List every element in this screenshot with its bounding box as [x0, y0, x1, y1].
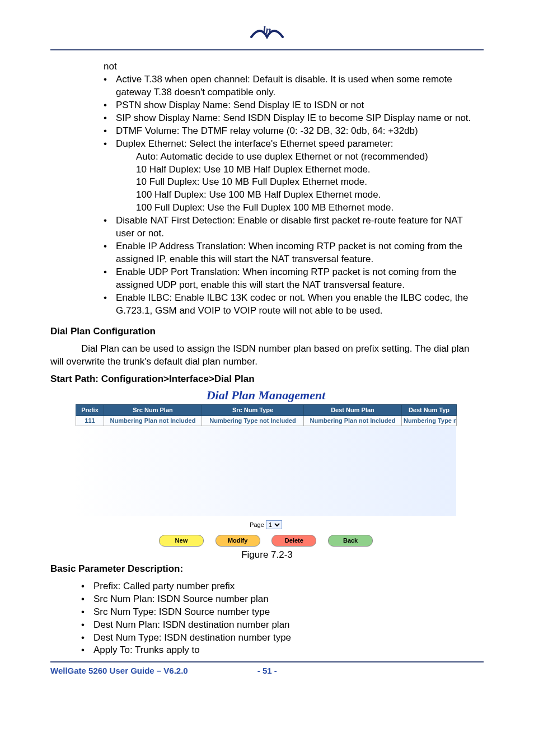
list-item: Active T.38 when open channel: Default i… — [104, 73, 484, 99]
col-src-num-plan: Src Num Plan — [104, 405, 202, 416]
table-empty-area — [76, 426, 456, 516]
start-path: Start Path: Configuration>Interface>Dial… — [50, 373, 484, 386]
list-item: SIP show Display Name: Send ISDN Display… — [104, 112, 484, 125]
new-button[interactable]: New — [159, 535, 204, 547]
subline: 10 Full Duplex: Use 10 MB Full Duplex Et… — [116, 176, 484, 189]
cell-dest-type: Numbering Type not I — [402, 416, 457, 426]
pager-select[interactable]: 1 — [266, 520, 282, 529]
figure-caption: Figure 7.2-3 — [50, 549, 484, 562]
dial-plan-screenshot: Dial Plan Management Prefix Src Num Plan… — [76, 387, 456, 549]
bpd-list: Prefix: Called party number prefix Src N… — [50, 580, 484, 657]
list-item-text: Src Num Type: ISDN Source number type — [93, 606, 270, 617]
subline: Auto: Automatic decide to use duplex Eth… — [116, 151, 484, 164]
list-item: Enable ILBC: Enable ILBC 13K codec or no… — [104, 292, 484, 318]
page: ln not Active T.38 when open channel: De… — [0, 0, 534, 756]
list-item-text: Dest Num Plan: ISDN destination number p… — [93, 619, 290, 630]
list-item-text: DTMF Volume: The DTMF relay volume (0: -… — [116, 125, 418, 136]
svg-text:ln: ln — [263, 25, 271, 36]
list-item: Dest Num Plan: ISDN destination number p… — [81, 619, 484, 632]
footer: WellGate 5260 User Guide – V6.2.0 - 51 - — [50, 666, 484, 675]
list-item: Src Num Type: ISDN Source number type — [81, 606, 484, 619]
subline: 100 Half Duplex: Use 100 MB Half Duplex … — [116, 189, 484, 202]
list-item-text: PSTN show Display Name: Send Display IE … — [116, 100, 364, 110]
list-item-text: Active T.38 when open channel: Default i… — [116, 74, 452, 97]
list-item-text: Enable UDP Port Translation: When incomi… — [116, 267, 457, 290]
button-row: New Modify Delete Back — [76, 531, 456, 549]
cell-src-type: Numbering Type not Included — [202, 416, 304, 426]
modify-button[interactable]: Modify — [216, 535, 260, 547]
bullet-list: Active T.38 when open channel: Default i… — [50, 73, 484, 318]
col-dest-num-type: Dest Num Typ — [402, 405, 457, 416]
list-item: Src Num Plan: ISDN Source number plan — [81, 593, 484, 606]
list-item: Duplex Ethernet: Select the interface's … — [104, 138, 484, 215]
dial-plan-desc: Dial Plan can be used to assign the ISDN… — [50, 343, 484, 368]
footer-doc-title: WellGate 5260 User Guide – V6.2.0 — [50, 666, 188, 675]
header-rule — [50, 49, 484, 50]
list-item: DTMF Volume: The DTMF relay volume (0: -… — [104, 125, 484, 138]
col-dest-num-plan: Dest Num Plan — [304, 405, 402, 416]
list-item: Enable IP Address Translation: When inco… — [104, 240, 484, 266]
footer-rule — [50, 661, 484, 662]
list-item-text: Enable ILBC: Enable ILBC 13K codec or no… — [116, 292, 468, 316]
cell-src-plan: Numbering Plan not Included — [104, 416, 202, 426]
dial-plan-table: Prefix Src Num Plan Src Num Type Dest Nu… — [76, 404, 457, 426]
list-item-text: Apply To: Trunks apply to — [93, 645, 200, 655]
table-header-row: Prefix Src Num Plan Src Num Type Dest Nu… — [76, 405, 457, 416]
bpd-heading: Basic Parameter Description: — [50, 563, 484, 576]
col-prefix: Prefix — [76, 405, 104, 416]
list-item: Dest Num Type: ISDN destination number t… — [81, 632, 484, 645]
delete-button[interactable]: Delete — [271, 535, 316, 547]
list-item-text: SIP show Display Name: Send ISDN Display… — [116, 113, 471, 123]
pager: Page 1 — [76, 516, 456, 531]
list-item: Apply To: Trunks apply to — [81, 644, 484, 657]
lead-in-tail: not — [50, 60, 484, 73]
col-src-num-type: Src Num Type — [202, 405, 304, 416]
cell-prefix: 111 — [76, 416, 104, 426]
subline: 10 Half Duplex: Use 10 MB Half Duplex Et… — [116, 164, 484, 176]
dial-plan-heading: Dial Plan Configuration — [50, 325, 484, 338]
footer-page-number: - 51 - — [257, 666, 277, 675]
logo: ln — [250, 22, 284, 45]
list-item-text: Src Num Plan: ISDN Source number plan — [93, 594, 269, 604]
cell-dest-plan: Numbering Plan not Included — [304, 416, 402, 426]
list-item-text: Dest Num Type: ISDN destination number t… — [93, 632, 291, 643]
list-item-text: Prefix: Called party number prefix — [93, 581, 235, 591]
list-item: Enable UDP Port Translation: When incomi… — [104, 266, 484, 292]
list-item: Prefix: Called party number prefix — [81, 580, 484, 593]
list-item-text: Duplex Ethernet: Select the interface's … — [116, 138, 394, 149]
dial-plan-title: Dial Plan Management — [76, 387, 456, 405]
back-button[interactable]: Back — [328, 535, 373, 547]
list-item: Disable NAT First Detection: Enable or d… — [104, 214, 484, 240]
pager-label: Page — [250, 521, 264, 528]
list-item: PSTN show Display Name: Send Display IE … — [104, 99, 484, 112]
table-row[interactable]: 111 Numbering Plan not Included Numberin… — [76, 416, 457, 426]
body-text: not Active T.38 when open channel: Defau… — [50, 60, 484, 657]
subline: 100 Full Duplex: Use the Full Duplex 100… — [116, 202, 484, 214]
list-item-text: Enable IP Address Translation: When inco… — [116, 241, 462, 264]
list-item-text: Disable NAT First Detection: Enable or d… — [116, 215, 463, 239]
